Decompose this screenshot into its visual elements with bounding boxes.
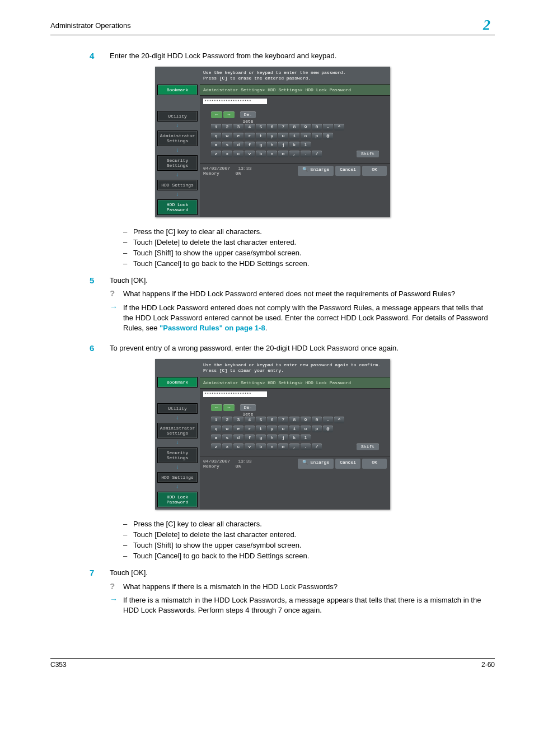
nav-hdd[interactable]: HDD Settings (157, 472, 198, 483)
nav-lock[interactable]: HDD Lock Password (157, 199, 198, 215)
ok-button[interactable]: OK (362, 459, 387, 469)
key-0[interactable]: 0 (312, 124, 322, 130)
shift-key[interactable]: Shift (357, 444, 379, 450)
key-t[interactable]: t (256, 133, 266, 139)
key-.[interactable]: . (301, 151, 311, 157)
key-q[interactable]: q (211, 426, 221, 432)
key-.[interactable]: . (301, 444, 311, 450)
key-2[interactable]: 2 (222, 417, 232, 423)
key-u[interactable]: u (278, 133, 288, 139)
key-t[interactable]: t (256, 426, 266, 432)
key-x[interactable]: x (222, 151, 232, 157)
key-g[interactable]: g (256, 142, 266, 148)
key-r[interactable]: r (245, 133, 255, 139)
key-2[interactable]: 2 (222, 124, 232, 130)
key-g[interactable]: g (256, 435, 266, 441)
key-p[interactable]: p (312, 426, 322, 432)
key-8[interactable]: 8 (289, 417, 299, 423)
key-1[interactable]: 1 (211, 124, 221, 130)
key-5[interactable]: 5 (256, 124, 266, 130)
key-s[interactable]: s (222, 142, 232, 148)
key-p[interactable]: p (312, 133, 322, 139)
key-/[interactable]: / (312, 444, 322, 450)
key-z[interactable]: z (211, 444, 221, 450)
key-a[interactable]: a (211, 142, 221, 148)
key-k[interactable]: k (289, 142, 299, 148)
nav-admin[interactable]: Administrator Settings (157, 423, 198, 438)
key-,[interactable]: , (289, 151, 299, 157)
enlarge-button[interactable]: 🔍 Enlarge (298, 459, 334, 469)
key-d[interactable]: d (233, 435, 243, 441)
enlarge-button[interactable]: 🔍 Enlarge (298, 166, 334, 176)
key-9[interactable]: 9 (301, 417, 311, 423)
key-3[interactable]: 3 (233, 124, 243, 130)
key-i[interactable]: i (289, 426, 299, 432)
key-f[interactable]: f (245, 435, 255, 441)
key-/[interactable]: / (312, 151, 322, 157)
arrow-left-key[interactable]: ← (211, 111, 222, 118)
key-v[interactable]: v (245, 444, 255, 450)
password-input[interactable]: ******************** (203, 391, 267, 397)
key-h[interactable]: h (267, 435, 277, 441)
key-n[interactable]: n (267, 151, 277, 157)
key-4[interactable]: 4 (245, 417, 255, 423)
key-d[interactable]: d (233, 142, 243, 148)
nav-security[interactable]: Security Settings (157, 155, 198, 171)
key-y[interactable]: y (267, 426, 277, 432)
key-e[interactable]: e (233, 426, 243, 432)
key-b[interactable]: b (256, 151, 266, 157)
delete-key[interactable]: De-lete (240, 404, 256, 411)
key-j[interactable]: j (278, 142, 288, 148)
key-n[interactable]: n (267, 444, 277, 450)
delete-key[interactable]: De-lete (240, 111, 256, 118)
key--[interactable]: - (323, 124, 333, 130)
key-v[interactable]: v (245, 151, 255, 157)
key-m[interactable]: m (278, 444, 288, 450)
key-x[interactable]: x (222, 444, 232, 450)
key-w[interactable]: w (222, 426, 232, 432)
key-r[interactable]: r (245, 426, 255, 432)
key-h[interactable]: h (267, 142, 277, 148)
key-4[interactable]: 4 (245, 124, 255, 130)
shift-key[interactable]: Shift (357, 151, 379, 157)
key-m[interactable]: m (278, 151, 288, 157)
key-6[interactable]: 6 (267, 417, 277, 423)
key-^[interactable]: ^ (334, 417, 344, 423)
key-j[interactable]: j (278, 435, 288, 441)
arrow-right-key[interactable]: → (223, 111, 235, 118)
nav-admin[interactable]: Administrator Settings (157, 130, 198, 146)
key-w[interactable]: w (222, 133, 232, 139)
key--[interactable]: - (323, 417, 333, 423)
key-7[interactable]: 7 (278, 417, 288, 423)
key-^[interactable]: ^ (334, 124, 344, 130)
nav-utility[interactable]: Utility (157, 111, 198, 122)
key-6[interactable]: 6 (267, 124, 277, 130)
key-c[interactable]: c (233, 151, 243, 157)
key-l[interactable]: l (301, 142, 311, 148)
key-o[interactable]: o (301, 133, 311, 139)
key-l[interactable]: l (301, 435, 311, 441)
key-z[interactable]: z (211, 151, 221, 157)
key-,[interactable]: , (289, 444, 299, 450)
arrow-right-key[interactable]: → (223, 404, 235, 411)
nav-security[interactable]: Security Settings (157, 447, 198, 463)
key-k[interactable]: k (289, 435, 299, 441)
cancel-button[interactable]: Cancel (335, 166, 360, 176)
cancel-button[interactable]: Cancel (335, 459, 360, 469)
key-5[interactable]: 5 (256, 417, 266, 423)
key-o[interactable]: o (301, 426, 311, 432)
key-f[interactable]: f (245, 142, 255, 148)
key-@[interactable]: @ (323, 133, 333, 139)
nav-bookmark[interactable]: Bookmark (157, 85, 198, 95)
nav-hdd[interactable]: HDD Settings (157, 180, 198, 190)
key-@[interactable]: @ (323, 426, 333, 432)
key-8[interactable]: 8 (289, 124, 299, 130)
key-0[interactable]: 0 (312, 417, 322, 423)
key-i[interactable]: i (289, 133, 299, 139)
key-9[interactable]: 9 (301, 124, 311, 130)
key-y[interactable]: y (267, 133, 277, 139)
key-q[interactable]: q (211, 133, 221, 139)
password-input[interactable]: ******************** (203, 99, 267, 104)
ok-button[interactable]: OK (362, 166, 387, 176)
key-s[interactable]: s (222, 435, 232, 441)
